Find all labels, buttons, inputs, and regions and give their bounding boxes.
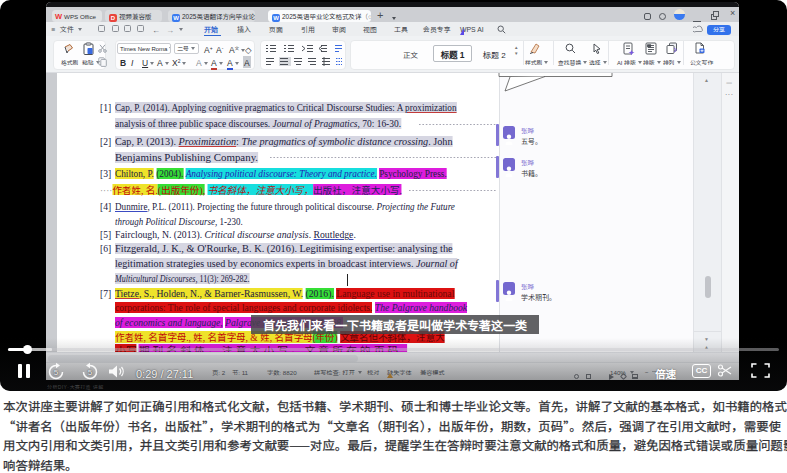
svg-text:5: 5 [88,368,93,377]
svg-text:5: 5 [54,368,59,377]
